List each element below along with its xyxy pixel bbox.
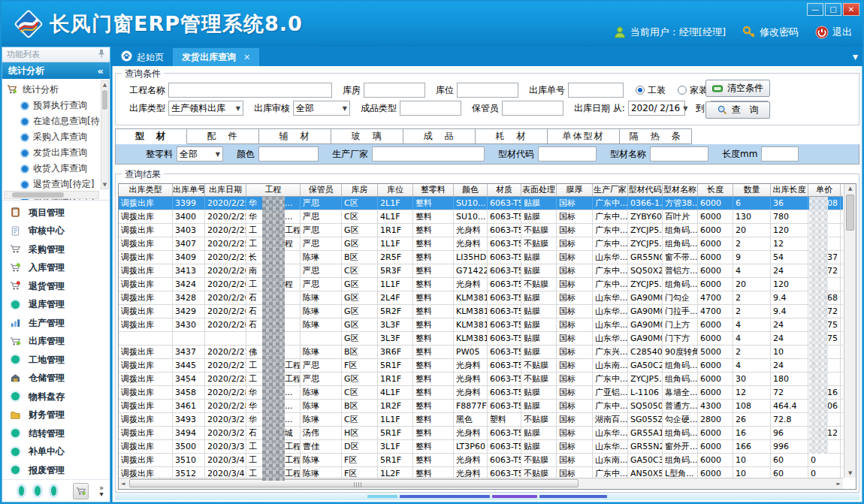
sidebar-module-item[interactable]: 物料盘存 — [10, 388, 110, 406]
grid-horizontal-scrollbar[interactable]: ◄ ► — [119, 478, 843, 489]
column-header[interactable]: 长度 — [698, 184, 733, 196]
manufacturer-input[interactable] — [372, 146, 485, 161]
scroll-down-icon[interactable]: ▼ — [101, 182, 108, 188]
table-row[interactable]: 调拨出库34132020/2/26南...严思C区5R3F整料G71422606… — [119, 264, 843, 278]
material-tab[interactable]: 辅 材 — [259, 128, 331, 144]
scroll-up-icon[interactable]: ▲ — [101, 82, 108, 88]
column-header[interactable]: 颜色 — [454, 184, 488, 196]
table-row[interactable]: 调拨出库34942020/3/2石辉城汤伟H区5R1F整料光身料6063-T5贴… — [119, 427, 843, 440]
tree-item[interactable]: 发货出库查询 — [7, 145, 99, 161]
material-tab[interactable]: 隔 热 条 — [620, 128, 692, 144]
column-header[interactable]: 生产厂家 — [593, 184, 628, 196]
material-tab[interactable]: 配 件 — [187, 128, 259, 144]
material-tab[interactable]: 型 材 — [115, 128, 187, 144]
column-header[interactable]: 库位 — [378, 184, 413, 196]
column-header[interactable]: 库房 — [342, 184, 378, 196]
column-header[interactable]: 整零料 — [413, 184, 454, 196]
column-header[interactable]: 型材代码 — [628, 184, 663, 196]
scroll-left-icon[interactable]: ◄ — [121, 481, 125, 487]
toolbar-cart-button[interactable] — [73, 483, 88, 499]
pin-icon[interactable] — [98, 49, 105, 60]
tab-overflow-icon[interactable]: ▼ — [853, 53, 858, 61]
section-header-statistics[interactable]: 统计分析 « — [2, 62, 110, 79]
sidebar-module-item[interactable]: 退库管理 — [10, 296, 110, 315]
sidebar-module-item[interactable]: 仓储管理 — [10, 370, 110, 388]
location-input[interactable] — [457, 83, 518, 98]
tree-item[interactable]: 预算执行查询 — [7, 98, 99, 113]
table-row[interactable]: 调拨出库34452020/2/27工共工程严思F区5R1F整料光身料6063-T… — [119, 359, 843, 373]
change-password-link[interactable]: 修改密码 — [742, 26, 799, 39]
outbound-audit-select[interactable]: 全部▼ — [293, 101, 350, 116]
tree-item[interactable]: 在途信息查询[待 — [7, 113, 99, 129]
table-row[interactable]: 调拨出库34092020/2/25长...陈琳B区2R5F整料LI35HD606… — [119, 251, 843, 264]
sidebar-module-item[interactable]: 采购管理 — [10, 240, 110, 259]
order-no-input[interactable] — [568, 83, 624, 98]
table-row[interactable]: 调拨出库34542020/2/28工共工程严思G区1R1F整料光身料6063-T… — [119, 373, 843, 386]
table-row[interactable]: 调拨出库34072020/2/25工工程严思G区1L1F整料光身料6063-T5… — [119, 237, 843, 251]
scroll-up-icon[interactable]: ▲ — [848, 186, 852, 192]
sidebar-module-item[interactable]: 出库管理 — [10, 333, 110, 352]
toolbar-circle-icon[interactable] — [19, 486, 24, 496]
sidebar-module-item[interactable]: 工地管理 — [10, 351, 110, 370]
column-header[interactable]: 工程 — [246, 184, 301, 196]
column-header[interactable]: 数量 — [733, 184, 771, 196]
material-tab[interactable]: 成 品 — [403, 128, 476, 144]
table-row[interactable]: 调拨出库34282020/2/26石城陈琳G区2L4F整料KLM38176063… — [119, 291, 843, 305]
close-button[interactable]: ✕ — [843, 3, 859, 16]
column-header[interactable]: 出库长度 — [771, 184, 808, 196]
collapse-icon[interactable]: « — [98, 65, 104, 77]
radio-gongzhuang[interactable]: 工装 — [636, 84, 666, 97]
table-row[interactable]: 调拨出库34302020/2/26石城陈琳G区3L3F整料KLM38176063… — [119, 318, 843, 332]
tree-vertical-scrollbar[interactable]: ▲ ▼ — [101, 80, 109, 189]
tab-shipment-outbound-query[interactable]: 发货出库查询 ✕ — [173, 48, 259, 66]
sidebar-module-item[interactable]: 财务管理 — [10, 406, 110, 425]
length-input[interactable] — [761, 146, 799, 161]
tree-item[interactable]: 采购入库查询 — [7, 129, 99, 145]
table-row[interactable]: 调拨出库35002020/3/3工共工程曹佳D区3L1F整料LT3P606063… — [119, 440, 843, 454]
clear-conditions-button[interactable]: 清空条件 — [705, 80, 770, 97]
table-row[interactable]: 调拨出库35122020/3/4工共工程陈琳F区1L2F整料光身料6063-T5… — [119, 467, 843, 478]
outbound-type-select[interactable]: 生产领料出库▼ — [168, 101, 243, 116]
tab-home[interactable]: 起始页 — [112, 48, 173, 66]
table-row[interactable]: 调拨出库34032020/2/25工共工程严思G区1R1F整料光身料6063-T… — [119, 224, 843, 237]
tree-horizontal-scrollbar[interactable] — [4, 191, 99, 199]
sidebar-module-item[interactable]: 结转管理 — [10, 424, 110, 443]
date-from-picker[interactable]: 2020/ 2/16▼ — [628, 101, 685, 116]
table-row[interactable]: G区3L3F整料KLM38176063-T5贴膜国标山东华...GA90M09.… — [119, 332, 843, 346]
maximize-button[interactable]: □ — [825, 3, 841, 16]
sidebar-module-item[interactable]: 报废管理 — [10, 461, 110, 479]
table-row[interactable]: 调拨出库34372020/2/27佛...陈琳B区3R6F整料PW056063-… — [119, 346, 843, 359]
color-input[interactable] — [258, 146, 319, 161]
table-row[interactable]: 调拨出库34242020/2/26工工程严思G区1L1F整料光身料6063-T5… — [119, 278, 843, 291]
keeper-input[interactable] — [502, 101, 563, 116]
column-header[interactable]: 型材名称 — [663, 184, 698, 196]
scroll-right-icon[interactable]: ► — [837, 481, 841, 487]
radio-jiazhuang[interactable]: 家装 — [678, 84, 708, 97]
column-header[interactable]: 单价 — [808, 184, 841, 196]
whole-piece-select[interactable]: 全部▼ — [177, 146, 223, 161]
material-tab[interactable]: 耗 材 — [476, 128, 548, 144]
table-row[interactable]: 调拨出库35102020/3/4工共工程陈琳F区5R1F整料光身料6063-T5… — [119, 454, 843, 467]
product-type-input[interactable] — [400, 101, 461, 116]
column-header[interactable]: 出库类型 — [119, 184, 173, 196]
logout-button[interactable]: 退出 — [815, 26, 852, 39]
sidebar-module-item[interactable]: 审核中心 — [10, 222, 110, 241]
tree-item[interactable]: 退货查询[待定] — [7, 177, 99, 192]
column-header[interactable]: 出库单号 — [173, 184, 205, 196]
table-row[interactable]: 调拨出库33992020/2/25华原...严思C区2L1F整料SU10...6… — [119, 197, 843, 210]
minimize-button[interactable]: — — [807, 3, 823, 16]
tree-item[interactable]: 收货入库查询 — [7, 161, 99, 177]
close-tab-icon[interactable]: ✕ — [243, 53, 250, 62]
sidebar-module-item[interactable]: 退货管理 — [10, 277, 110, 296]
profile-code-input[interactable] — [538, 146, 597, 161]
column-header[interactable]: 保管员 — [301, 184, 342, 196]
toolbar-circle-icon[interactable] — [51, 486, 56, 496]
material-tab[interactable]: 玻 璃 — [331, 128, 403, 144]
toolbar-circle-icon[interactable] — [35, 486, 40, 496]
sidebar-module-item[interactable]: 项目管理 — [10, 204, 110, 222]
table-row[interactable]: 调拨出库34292020/2/26石城陈琳G区5R2F整料KLM38176063… — [119, 305, 843, 318]
toolbar-overflow-chevron[interactable]: »▾ — [99, 485, 104, 497]
scroll-down-icon[interactable]: ▼ — [848, 470, 852, 476]
warehouse-input[interactable] — [364, 83, 425, 98]
column-header[interactable]: 金 — [841, 184, 843, 196]
